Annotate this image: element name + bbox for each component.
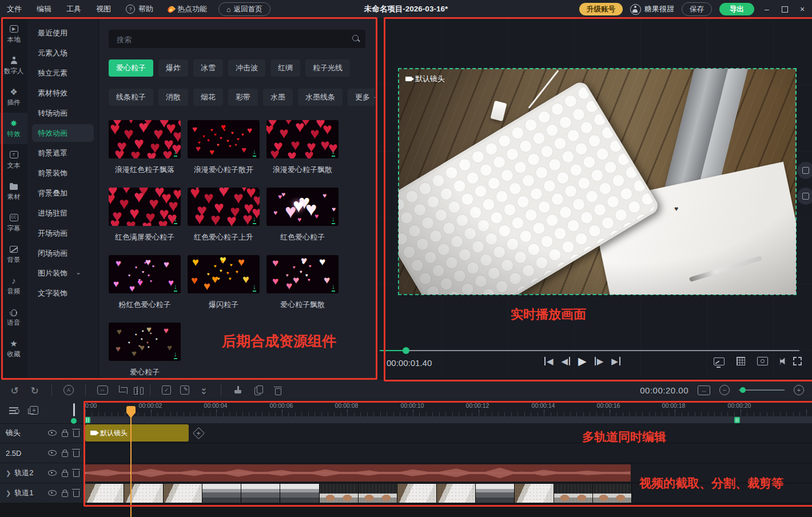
menu-edit[interactable]: 编辑 <box>37 4 51 14</box>
effect-card[interactable]: 爱心粒子 <box>109 323 181 379</box>
menu-item-element-enter[interactable]: 元素入场 <box>27 43 98 63</box>
rail-item-text[interactable]: T 文本 <box>0 144 27 176</box>
visibility-eye-icon[interactable] <box>48 490 57 496</box>
seek-knob[interactable] <box>403 347 409 354</box>
effect-card[interactable]: 浪漫红色粒子飘落 <box>109 120 181 188</box>
edit-button[interactable] <box>180 385 189 395</box>
user-avatar[interactable] <box>630 4 641 15</box>
effect-card[interactable]: 爱心粒子飘散 <box>266 255 339 323</box>
visibility-eye-icon[interactable] <box>48 450 57 456</box>
crop-button[interactable] <box>117 385 128 396</box>
layers-button[interactable] <box>198 385 209 396</box>
split-button[interactable] <box>137 386 138 395</box>
menu-help[interactable]: 帮助 <box>126 4 153 14</box>
work-area-end-marker[interactable] <box>734 417 740 423</box>
lane-video[interactable] <box>84 483 812 503</box>
edge-panel-button[interactable] <box>797 162 812 179</box>
lock-icon[interactable] <box>62 432 68 437</box>
delete-track-icon[interactable] <box>73 431 79 437</box>
menu-item-effect-animation[interactable]: 特效动画 <box>27 123 98 143</box>
menu-item-foreground-mask[interactable]: 前景遮罩 <box>27 143 98 163</box>
menu-item-enter-stay[interactable]: 进场驻留 <box>27 203 98 223</box>
menu-item-picture-deco[interactable]: 图片装饰 <box>27 263 98 283</box>
effect-card[interactable]: 粉红色爱心粒子 <box>109 255 181 323</box>
effect-thumbnail[interactable] <box>109 323 181 361</box>
delete-button[interactable] <box>273 385 284 396</box>
chip-ink[interactable]: 水墨 <box>263 89 293 106</box>
zoom-out-icon[interactable]: − <box>719 385 730 395</box>
menu-item-transition[interactable]: 转场动画 <box>27 103 98 123</box>
video-clip-filmstrip[interactable] <box>85 484 632 503</box>
add-keyframe-button[interactable] <box>192 427 205 439</box>
delete-track-icon[interactable] <box>73 451 79 457</box>
brush-button[interactable] <box>233 385 244 396</box>
rail-item-effects[interactable]: ✸ 特效 <box>0 113 27 144</box>
effect-card[interactable]: 红色满屏爱心粒子 <box>109 188 181 255</box>
chip-dissolve[interactable]: 消散 <box>158 89 188 106</box>
playhead-line[interactable] <box>130 407 132 517</box>
track-header-camera[interactable]: 镜头 <box>0 423 84 443</box>
undo-button[interactable] <box>9 385 20 396</box>
chip-ink-lines[interactable]: 水墨线条 <box>298 89 343 106</box>
lock-icon[interactable] <box>62 452 68 457</box>
maximize-button[interactable] <box>779 4 790 14</box>
effect-card[interactable]: 浪漫爱心粒子飘散 <box>266 120 339 188</box>
mask-button[interactable] <box>97 385 108 395</box>
rail-item-local[interactable]: ▶ 本地 <box>0 18 27 50</box>
chip-heart-particles[interactable]: 爱心粒子 <box>109 59 153 77</box>
menu-tools[interactable]: 工具 <box>66 4 81 14</box>
fit-timeline-icon[interactable] <box>698 385 710 395</box>
fullscreen-icon[interactable] <box>793 357 802 365</box>
work-area-start-marker[interactable] <box>85 417 90 423</box>
download-icon[interactable] <box>253 281 257 292</box>
search-input[interactable] <box>116 30 341 49</box>
effect-card[interactable]: 爆闪粒子 <box>188 255 260 323</box>
effect-thumbnail[interactable] <box>109 120 181 158</box>
effect-thumbnail[interactable] <box>266 255 339 293</box>
snapshot-icon[interactable] <box>757 357 768 365</box>
save-button[interactable]: 保存 <box>682 2 712 16</box>
minimize-button[interactable]: – <box>762 4 772 14</box>
lane-25d[interactable] <box>84 443 812 463</box>
chip-fireworks[interactable]: 烟花 <box>193 89 223 106</box>
effect-thumbnail[interactable] <box>109 255 181 293</box>
timeline-ruler[interactable]: 0:00 00:00:02 00:00:04 00:00:06 00:00:08… <box>84 400 812 416</box>
download-icon[interactable] <box>174 349 178 359</box>
back-home-button[interactable]: ⌂ 返回首页 <box>218 2 270 16</box>
expand-chevron-icon[interactable] <box>6 490 11 497</box>
play-button[interactable] <box>578 356 587 367</box>
menu-item-text-deco[interactable]: 文字装饰 <box>27 283 98 303</box>
effect-thumbnail[interactable] <box>188 188 260 226</box>
next-frame-button[interactable] <box>595 357 604 365</box>
rail-item-background[interactable]: 背景 <box>0 238 27 270</box>
display-scale-icon[interactable] <box>714 357 725 365</box>
track-list-icon[interactable] <box>9 407 19 415</box>
expand-chevron-icon[interactable] <box>6 470 11 477</box>
upgrade-account-button[interactable]: 升级账号 <box>579 3 623 15</box>
visibility-eye-icon[interactable] <box>48 430 57 436</box>
track-header-track1[interactable]: 轨道1 <box>0 483 84 503</box>
close-button[interactable]: × <box>797 4 807 14</box>
visibility-eye-icon[interactable] <box>48 470 57 476</box>
skip-to-start-button[interactable] <box>544 357 554 365</box>
timeline-scroll-strip[interactable] <box>84 416 812 423</box>
rail-item-captions[interactable]: CC 字幕 <box>0 207 27 238</box>
export-button[interactable]: 导出 <box>719 3 754 15</box>
download-icon[interactable] <box>332 146 336 157</box>
download-icon[interactable] <box>174 146 178 157</box>
menu-file[interactable]: 文件 <box>7 4 22 14</box>
seek-bar[interactable] <box>380 350 799 351</box>
previous-frame-button[interactable] <box>562 357 571 365</box>
effect-thumbnail[interactable] <box>188 120 260 158</box>
copy-button[interactable] <box>253 385 264 396</box>
track-header-track2[interactable]: 轨道2 <box>0 463 84 483</box>
volume-icon[interactable] <box>780 358 781 365</box>
menu-item-independent[interactable]: 独立元素 <box>27 63 98 83</box>
download-icon[interactable] <box>332 281 336 292</box>
menu-item-closing[interactable]: 闭场动画 <box>27 243 98 263</box>
menu-item-recent[interactable]: 最近使用 <box>27 23 98 43</box>
timeline-zoom-slider[interactable] <box>739 389 785 391</box>
effect-thumbnail[interactable] <box>188 255 260 293</box>
camera-clip[interactable]: 默认镜头 <box>85 424 189 442</box>
rail-item-voice[interactable]: 语音 <box>0 301 27 333</box>
